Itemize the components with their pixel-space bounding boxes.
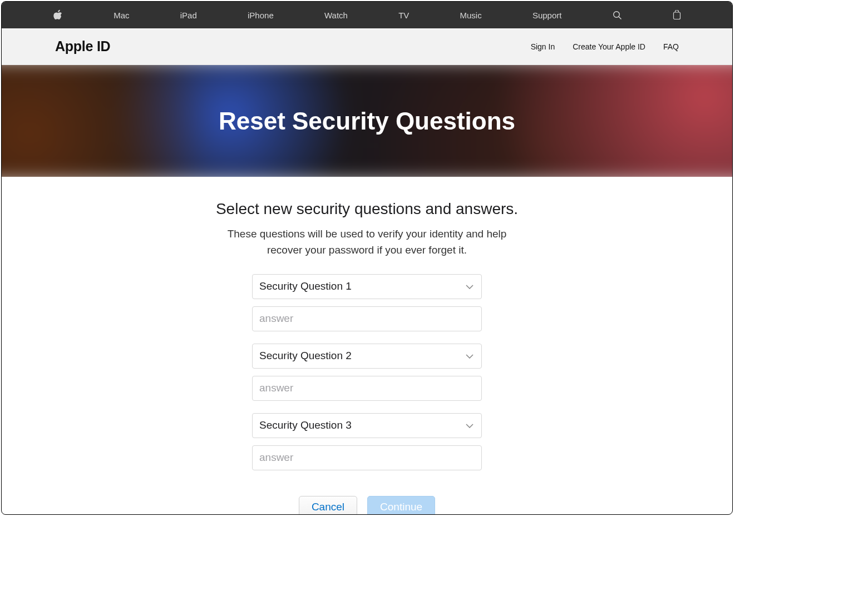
security-question-3-select[interactable]: Security Question 3 [252, 413, 482, 438]
svg-rect-2 [673, 12, 680, 19]
search-icon[interactable] [613, 2, 622, 28]
main-content: Select new security questions and answer… [2, 177, 732, 515]
security-answer-3-input[interactable] [252, 445, 482, 470]
cancel-button[interactable]: Cancel [299, 496, 357, 515]
chevron-down-icon [466, 351, 474, 361]
button-row: Cancel Continue [252, 496, 482, 515]
sub-nav-sign-in[interactable]: Sign In [531, 42, 555, 51]
question-group-2: Security Question 2 [252, 344, 482, 401]
nav-tv[interactable]: TV [398, 2, 409, 28]
hero-banner: Reset Security Questions [2, 65, 732, 177]
chevron-down-icon [466, 420, 474, 430]
question-group-3: Security Question 3 [252, 413, 482, 470]
nav-mac[interactable]: Mac [114, 2, 129, 28]
sub-nav-create-id[interactable]: Create Your Apple ID [573, 42, 645, 51]
main-subheading: These questions will be used to verify y… [211, 226, 523, 259]
security-question-1-label: Security Question 1 [259, 280, 459, 292]
apple-logo-icon[interactable] [53, 2, 63, 28]
security-question-3-label: Security Question 3 [259, 419, 459, 431]
sub-nav-faq[interactable]: FAQ [663, 42, 679, 51]
hero-title: Reset Security Questions [219, 107, 515, 135]
svg-line-1 [619, 17, 622, 19]
security-question-1-select[interactable]: Security Question 1 [252, 274, 482, 299]
security-question-2-label: Security Question 2 [259, 350, 459, 362]
nav-support[interactable]: Support [532, 2, 562, 28]
security-answer-1-input[interactable] [252, 306, 482, 331]
global-nav: Mac iPad iPhone Watch TV Music Support [2, 2, 732, 28]
sub-nav: Apple ID Sign In Create Your Apple ID FA… [2, 28, 732, 65]
security-questions-form: Security Question 1 Security Question 2 [252, 274, 482, 515]
chevron-down-icon [466, 281, 474, 291]
sub-nav-links: Sign In Create Your Apple ID FAQ [531, 42, 679, 51]
nav-music[interactable]: Music [460, 2, 482, 28]
nav-iphone[interactable]: iPhone [248, 2, 274, 28]
continue-button[interactable]: Continue [367, 496, 435, 515]
security-answer-2-input[interactable] [252, 376, 482, 401]
main-heading: Select new security questions and answer… [2, 200, 732, 218]
nav-watch[interactable]: Watch [324, 2, 348, 28]
shopping-bag-icon[interactable] [673, 2, 681, 28]
question-group-1: Security Question 1 [252, 274, 482, 331]
svg-point-0 [613, 11, 619, 17]
security-question-2-select[interactable]: Security Question 2 [252, 344, 482, 369]
page-brand-title: Apple ID [55, 38, 110, 54]
nav-ipad[interactable]: iPad [180, 2, 197, 28]
